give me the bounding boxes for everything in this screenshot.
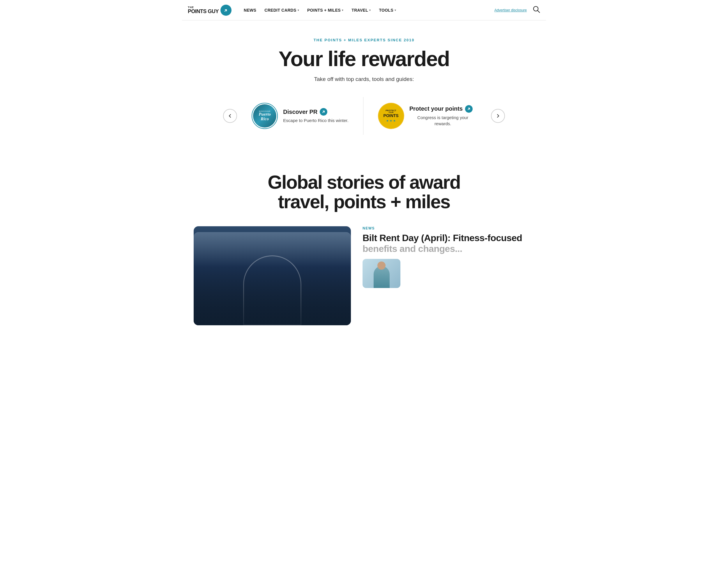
hero-title: Your life rewarded	[188, 48, 540, 70]
nav-points-miles[interactable]: POINTS + MILES ▾	[304, 6, 347, 15]
article-category: NEWS	[363, 226, 534, 230]
search-button[interactable]	[533, 6, 540, 15]
section-title: Global stories of award travel, points +…	[194, 173, 534, 212]
nav-tools[interactable]: TOOLS ▾	[375, 6, 400, 15]
global-stories-section: Global stories of award travel, points +…	[182, 155, 546, 337]
site-header: THE POINTS GUY NEWS CREDIT CARDS ▾ POINT…	[182, 0, 546, 20]
side-article-row	[363, 259, 534, 288]
nav-credit-cards[interactable]: CREDIT CARDS ▾	[261, 6, 303, 15]
carousel-item-discover-pr[interactable]: DISCOVER Puerto Rico Discover PR	[237, 97, 363, 135]
carousel-next-button[interactable]	[491, 109, 505, 123]
hero-section: THE POINTS + MILES EXPERTS SINCE 2010 Yo…	[182, 20, 546, 155]
logo-icon	[220, 5, 232, 16]
main-article[interactable]	[194, 226, 351, 325]
hero-subtitle: Take off with top cards, tools and guide…	[188, 76, 540, 82]
advertiser-disclosure-link[interactable]: Advertiser disclosure	[494, 8, 527, 12]
carousel-item-title: Protect your points	[409, 105, 476, 113]
nav-news[interactable]: NEWS	[240, 6, 260, 15]
logo-name: POINTS GUY	[188, 9, 219, 14]
nav-travel-dropdown-icon: ▾	[369, 9, 371, 12]
main-article-image	[194, 226, 351, 325]
article-title-faded: benefits and changes...	[363, 243, 534, 254]
nav-points-miles-dropdown-icon: ▾	[342, 9, 343, 12]
carousel-item-arrow-icon	[465, 105, 473, 113]
protect-points-thumbnail: PROTECT YOUR POINTS ★ ★ ★	[378, 103, 404, 129]
articles-grid: NEWS Bilt Rent Day (April): Fitness-focu…	[194, 226, 534, 325]
carousel-item-description: Congress is targeting your rewards.	[409, 114, 476, 127]
main-nav: NEWS CREDIT CARDS ▾ POINTS + MILES ▾ TRA…	[240, 6, 494, 15]
discover-pr-thumbnail: DISCOVER Puerto Rico	[252, 103, 278, 129]
nav-credit-cards-dropdown-icon: ▾	[298, 9, 299, 12]
carousel-item-protect-points[interactable]: PROTECT YOUR POINTS ★ ★ ★ Protect your p…	[363, 97, 491, 135]
article-title-block: Bilt Rent Day (April): Fitness-focused b…	[363, 233, 534, 254]
carousel-item-arrow-icon	[320, 108, 327, 116]
carousel: DISCOVER Puerto Rico Discover PR	[188, 94, 540, 144]
nav-tools-dropdown-icon: ▾	[395, 9, 396, 12]
carousel-item-description: Escape to Puerto Rico this winter.	[283, 117, 348, 123]
side-articles: NEWS Bilt Rent Day (April): Fitness-focu…	[363, 226, 534, 288]
carousel-prev-button[interactable]	[223, 109, 237, 123]
carousel-items: DISCOVER Puerto Rico Discover PR	[237, 97, 491, 135]
side-article-thumbnail	[363, 259, 400, 288]
hero-tagline: THE POINTS + MILES EXPERTS SINCE 2010	[188, 38, 540, 42]
site-logo[interactable]: THE POINTS GUY	[188, 5, 232, 16]
carousel-item-content: Discover PR Escape to Puerto Rico this w…	[283, 108, 348, 123]
article-title-visible: Bilt Rent Day (April): Fitness-focused	[363, 233, 534, 243]
carousel-item-title: Discover PR	[283, 108, 348, 116]
nav-travel[interactable]: TRAVEL ▾	[348, 6, 374, 15]
carousel-item-content: Protect your points Congress is targetin…	[409, 105, 476, 127]
svg-line-2	[538, 10, 540, 13]
featured-side-article[interactable]: NEWS Bilt Rent Day (April): Fitness-focu…	[363, 226, 534, 254]
image-overlay	[194, 266, 351, 325]
